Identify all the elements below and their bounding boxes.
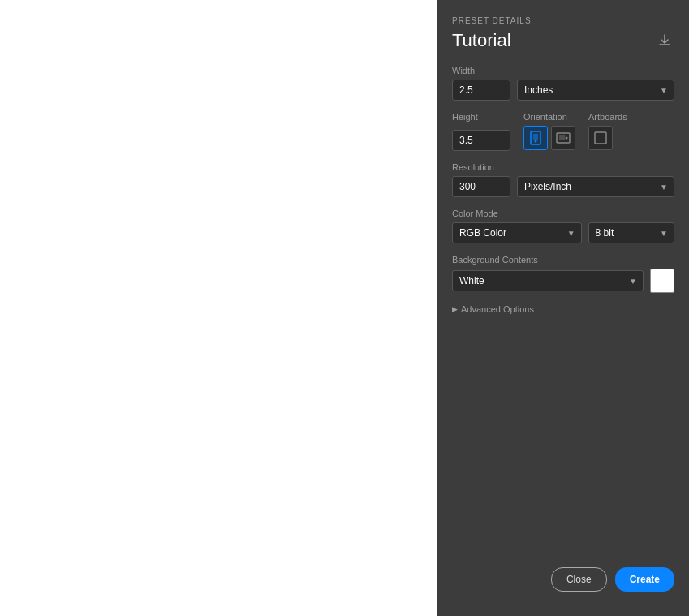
landscape-icon xyxy=(556,131,571,144)
svg-point-2 xyxy=(535,140,537,143)
height-label: Height xyxy=(452,112,510,122)
bg-contents-select[interactable]: White Black Background Color Transparent… xyxy=(452,270,644,291)
left-canvas-panel xyxy=(0,0,437,616)
advanced-options-toggle[interactable]: ▶ Advanced Options xyxy=(452,304,674,314)
portrait-icon xyxy=(529,131,542,145)
svg-point-5 xyxy=(566,137,568,140)
artboards-group: Artboards xyxy=(588,112,627,151)
bg-color-swatch[interactable] xyxy=(650,269,674,293)
width-unit-wrapper: Inches Centimeters Millimeters Pixels Po… xyxy=(517,80,674,101)
svg-rect-6 xyxy=(595,132,606,144)
width-label: Width xyxy=(452,66,674,75)
preset-details-label: PRESET DETAILS xyxy=(452,16,674,25)
preset-details-panel: PRESET DETAILS Tutorial Width Inches Cen… xyxy=(437,0,689,616)
resolution-row: Pixels/Inch Pixels/Centimeter ▼ xyxy=(452,176,674,197)
title-row: Tutorial xyxy=(452,30,674,51)
svg-rect-1 xyxy=(533,134,538,140)
resolution-unit-wrapper: Pixels/Inch Pixels/Centimeter ▼ xyxy=(517,176,674,197)
bg-contents-wrapper: White Black Background Color Transparent… xyxy=(452,270,644,291)
color-mode-select[interactable]: RGB Color CMYK Color Grayscale Bitmap La… xyxy=(452,222,582,243)
spacer xyxy=(452,321,674,567)
height-input[interactable] xyxy=(452,130,510,151)
color-mode-row: RGB Color CMYK Color Grayscale Bitmap La… xyxy=(452,222,674,243)
download-icon xyxy=(657,32,673,49)
download-preset-button[interactable] xyxy=(655,31,674,50)
orientation-group: Orientation xyxy=(523,112,575,151)
landscape-orientation-button[interactable] xyxy=(551,126,575,150)
advanced-options-label: Advanced Options xyxy=(461,304,534,314)
artboard-btn-wrapper xyxy=(588,126,627,150)
bit-depth-select[interactable]: 8 bit 16 bit 32 bit xyxy=(588,222,674,243)
artboards-icon xyxy=(594,131,607,144)
page-title: Tutorial xyxy=(452,30,511,51)
resolution-label: Resolution xyxy=(452,162,674,172)
bg-contents-label: Background Contents xyxy=(452,255,674,265)
artboards-toggle-button[interactable] xyxy=(588,126,613,150)
height-orientation-row: Height Orientation xyxy=(452,112,674,151)
orientation-label: Orientation xyxy=(523,112,575,122)
width-row: Inches Centimeters Millimeters Pixels Po… xyxy=(452,80,674,101)
width-input[interactable] xyxy=(452,80,510,101)
artboards-label: Artboards xyxy=(588,112,627,122)
resolution-unit-select[interactable]: Pixels/Inch Pixels/Centimeter xyxy=(517,176,674,197)
bit-depth-wrapper: 8 bit 16 bit 32 bit ▼ xyxy=(588,222,674,243)
orientation-buttons xyxy=(523,126,575,150)
color-mode-wrapper: RGB Color CMYK Color Grayscale Bitmap La… xyxy=(452,222,582,243)
width-unit-select[interactable]: Inches Centimeters Millimeters Pixels Po… xyxy=(517,80,674,101)
resolution-input[interactable] xyxy=(452,176,510,197)
create-button[interactable]: Create xyxy=(615,567,674,592)
close-button[interactable]: Close xyxy=(551,567,607,592)
bg-contents-row: White Black Background Color Transparent… xyxy=(452,269,674,293)
color-mode-label: Color Mode xyxy=(452,209,674,218)
advanced-options-chevron-icon: ▶ xyxy=(452,305,458,313)
svg-rect-4 xyxy=(559,135,565,140)
action-buttons-row: Close Create xyxy=(452,567,674,600)
height-group: Height xyxy=(452,112,510,151)
portrait-orientation-button[interactable] xyxy=(523,126,548,150)
